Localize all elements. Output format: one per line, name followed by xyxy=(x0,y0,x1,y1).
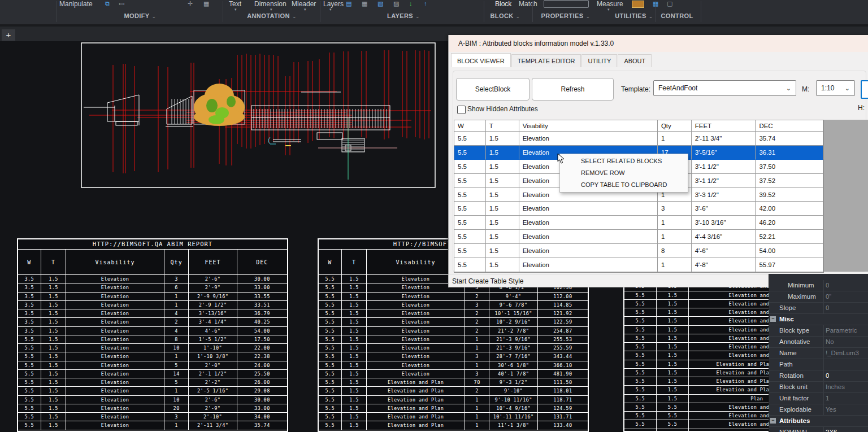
property-value[interactable]: 0 xyxy=(826,370,829,381)
property-row[interactable]: Minimum0 xyxy=(769,280,868,291)
table-cell[interactable]: 1.5 xyxy=(486,132,519,146)
tab-about[interactable]: ABOUT xyxy=(618,54,652,67)
table-row[interactable]: 5.51.5Elevation14'-4 3/16"52.21 xyxy=(454,230,823,244)
table-cell[interactable]: 3 xyxy=(658,202,692,216)
table-cell[interactable]: 55.97 xyxy=(756,258,823,272)
table-cell[interactable]: 4'-4 3/16" xyxy=(692,230,756,244)
ribbon-group-layers[interactable]: LAYERS⌄ xyxy=(387,12,420,19)
table-row[interactable]: 5.51.5Elevation33'-6"42.00 xyxy=(454,202,823,216)
table-row[interactable]: 5.51.5Elevation84'-6"54.00 xyxy=(454,244,823,258)
table-cell[interactable]: 5.5 xyxy=(454,258,486,272)
property-row[interactable]: Block typeParametric xyxy=(769,325,868,337)
property-row[interactable]: Maximum0" xyxy=(769,291,868,303)
property-row[interactable]: AnnotativeNo xyxy=(769,337,868,348)
table-cell[interactable]: 3'-3 1/2" xyxy=(692,188,756,202)
table-cell[interactable]: 1.5 xyxy=(486,258,519,272)
table-cell[interactable]: 1 xyxy=(658,230,692,244)
property-row[interactable]: Slope0 xyxy=(769,303,868,314)
table-cell[interactable]: 1.5 xyxy=(486,160,519,174)
table-row[interactable]: 5.51.5Elevation12'-11 3/4"35.74 xyxy=(454,132,823,146)
manipulate-icon[interactable]: ⧉ xyxy=(105,0,110,7)
table-cell[interactable]: 1.5 xyxy=(486,202,519,216)
dialog-titlebar[interactable]: A-BIM : Attributed blocks information mo… xyxy=(449,35,868,52)
layers-tool[interactable]: Layers xyxy=(323,0,344,8)
property-value[interactable]: Yes xyxy=(826,404,836,415)
block-tool[interactable]: Block xyxy=(495,0,511,8)
table-cell[interactable]: 39.52 xyxy=(756,188,823,202)
menu-item-select-related-blocks[interactable]: SELECT RELATED BLOCKS xyxy=(560,155,688,167)
table-cell[interactable]: 5.5 xyxy=(454,146,486,160)
table-cell[interactable]: 54.00 xyxy=(756,244,823,258)
ribbon-group-control[interactable]: CONTROL xyxy=(661,12,693,19)
template-select[interactable]: FeetAndFoot ⌄ xyxy=(653,80,796,96)
table-header-cell[interactable]: FEET xyxy=(692,120,756,132)
dimension-dropdown-icon[interactable]: ▾ xyxy=(270,7,272,12)
table-cell[interactable]: 1.5 xyxy=(486,230,519,244)
table-cell[interactable]: 1 xyxy=(658,132,692,146)
table-cell[interactable]: 3'-1 1/2" xyxy=(692,174,756,188)
dimension-tool[interactable]: Dimension xyxy=(254,0,287,8)
grip-icon[interactable]: ▭ xyxy=(119,0,124,7)
ribbon-group-block[interactable]: BLOCK⌄ xyxy=(490,12,520,19)
property-value[interactable]: 0" xyxy=(826,291,831,302)
table-cell[interactable]: Elevation xyxy=(519,258,658,272)
table-header-cell[interactable]: W xyxy=(454,120,486,132)
table-cell[interactable]: Elevation xyxy=(519,132,658,146)
mleader-tool[interactable]: Mleader xyxy=(292,0,316,8)
menu-item-remove-row[interactable]: REMOVE ROW xyxy=(560,167,688,179)
property-row[interactable]: Name!_DimLum3 xyxy=(769,348,868,359)
table-cell[interactable]: 5.5 xyxy=(454,160,486,174)
layer-new-icon[interactable]: ▧ xyxy=(377,0,383,7)
scale-select[interactable]: 1:10 ⌄ xyxy=(816,80,855,96)
property-row[interactable]: Path xyxy=(769,359,868,370)
table-cell[interactable]: Elevation xyxy=(519,202,658,216)
table-cell[interactable]: Elevation xyxy=(519,216,658,230)
tab-template-editor[interactable]: TEMPLATE EDITOR xyxy=(511,54,581,67)
layer-lock-icon[interactable]: ▦ xyxy=(362,0,367,7)
match-properties-input[interactable] xyxy=(544,0,589,8)
cad-drawing-viewport[interactable] xyxy=(81,42,436,188)
table-header-cell[interactable]: Visability xyxy=(519,120,658,132)
table-cell[interactable]: 46.20 xyxy=(756,216,823,230)
table-row[interactable]: 5.51.5Elevation13'-10 3/16"46.20 xyxy=(454,216,823,230)
array-icon[interactable]: ✛ xyxy=(188,0,193,7)
property-value[interactable]: Parametric xyxy=(826,325,857,336)
layer-settings-icon[interactable]: ▤ xyxy=(346,0,351,7)
property-row[interactable]: Unit factor1 xyxy=(769,393,868,404)
table-cell[interactable]: 37.50 xyxy=(756,160,823,174)
refresh-button[interactable]: Refresh xyxy=(532,78,614,101)
table-cell[interactable]: 5.5 xyxy=(454,132,486,146)
collapse-icon[interactable]: − xyxy=(770,316,776,322)
text-dropdown-icon[interactable]: ▾ xyxy=(235,7,237,12)
table-header-cell[interactable]: T xyxy=(486,120,519,132)
layers-dropdown-icon[interactable]: ▾ xyxy=(329,7,332,12)
property-value[interactable]: No xyxy=(826,337,834,347)
table-cell[interactable]: 5.5 xyxy=(454,216,486,230)
mleader-dropdown-icon[interactable]: ▾ xyxy=(304,7,306,12)
new-document-tab-button[interactable]: + xyxy=(2,29,15,41)
menu-item-copy-table-to-clipboard[interactable]: COPY TABLE TO CLIPBOARD xyxy=(560,179,688,191)
table-cell[interactable]: Elevation xyxy=(519,244,658,258)
table-cell[interactable]: 5.5 xyxy=(454,188,486,202)
grid-icon[interactable]: ▦ xyxy=(203,0,209,7)
table-cell[interactable]: 35.74 xyxy=(756,132,823,146)
table-cell[interactable]: Elevation xyxy=(519,230,658,244)
viewport-icon[interactable]: ▢ xyxy=(667,0,672,7)
table-cell[interactable]: 1.5 xyxy=(486,174,519,188)
table-cell[interactable]: 1.5 xyxy=(486,216,519,230)
property-row[interactable]: NOMINAL2X6 xyxy=(769,427,868,432)
ribbon-group-utilities[interactable]: UTILITIES⌄ xyxy=(615,12,653,19)
ribbon-group-modify[interactable]: MODIFY⌄ xyxy=(124,12,156,19)
property-group-row[interactable]: −Misc xyxy=(769,314,868,325)
layer-state-icon[interactable]: ▨ xyxy=(393,0,399,7)
show-hidden-attributes-checkbox[interactable] xyxy=(457,106,466,114)
table-cell[interactable]: 1 xyxy=(658,258,692,272)
property-row[interactable]: Block unitInches xyxy=(769,382,868,393)
measure-ruler-icon[interactable] xyxy=(632,1,644,8)
table-cell[interactable]: 5.5 xyxy=(454,174,486,188)
measure-tool[interactable]: Measure xyxy=(597,0,623,8)
property-row[interactable]: Rotation0 xyxy=(769,370,868,382)
tab-utility[interactable]: UTILITY xyxy=(581,54,617,67)
table-cell[interactable]: 52.21 xyxy=(756,230,823,244)
property-value[interactable]: Inches xyxy=(826,382,845,392)
